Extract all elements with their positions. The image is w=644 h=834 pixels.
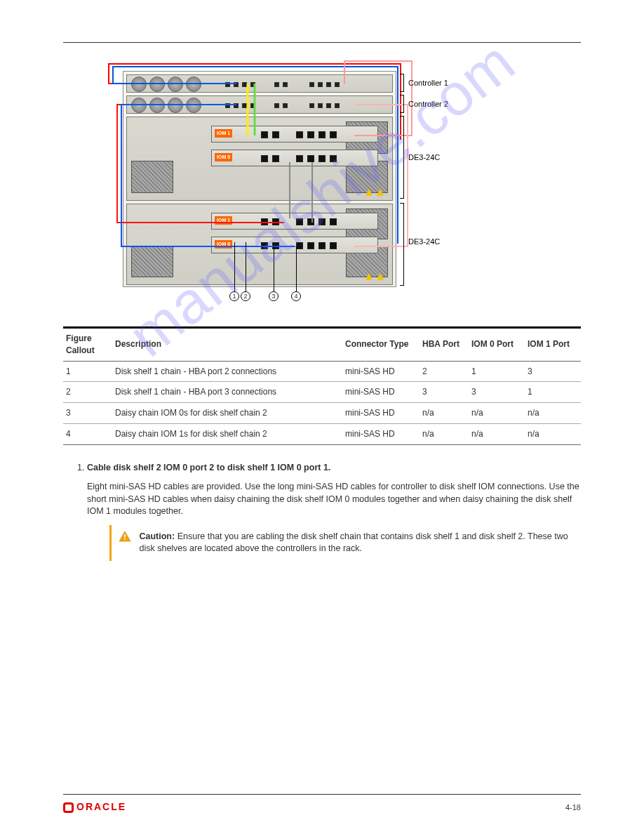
table-row: 1 Disk shelf 1 chain - HBA port 2 connec… [63, 361, 581, 382]
col-connector: Connector Type [342, 328, 420, 362]
caution-icon [119, 531, 131, 546]
caution-box: Caution: Ensure that you are cabling the… [109, 525, 581, 561]
svg-rect-2 [124, 538, 126, 540]
col-desc: Description [112, 328, 342, 362]
col-iom1: IOM 1 Port [525, 328, 581, 362]
caution-text: Ensure that you are cabling the disk she… [139, 531, 568, 554]
col-iom0: IOM 0 Port [469, 328, 525, 362]
label-controller1: Controller 1 [408, 78, 448, 88]
label-de3-1: DE3-24C [408, 152, 440, 163]
cabling-diagram: manualshive.com [63, 57, 581, 317]
svg-rect-1 [124, 534, 126, 537]
caution-label: Caution: [139, 531, 175, 541]
cable-connections-table: Figure Callout Description Connector Typ… [63, 326, 581, 445]
label-de3-2: DE3-24C [408, 237, 440, 247]
callout-4: 4 [291, 291, 301, 301]
step-list: Cable disk shelf 2 IOM 0 port 2 to disk … [87, 462, 581, 561]
callout-2: 2 [241, 291, 250, 301]
col-callout: Figure Callout [63, 328, 112, 362]
oracle-logo: ORACLE [63, 800, 126, 814]
table-row: 3 Daisy chain IOM 0s for disk shelf chai… [63, 403, 581, 424]
page-number: 4-18 [565, 802, 581, 813]
callout-1: 1 [229, 291, 239, 301]
cable-overlay [123, 71, 396, 287]
list-item: Cable disk shelf 2 IOM 0 port 2 to disk … [87, 462, 581, 561]
col-hba: HBA Port [420, 328, 469, 362]
callout-3: 3 [269, 291, 279, 301]
page-footer: ORACLE 4-18 [0, 794, 644, 814]
step-1-title: Cable disk shelf 2 IOM 0 port 2 to disk … [87, 463, 330, 472]
step-1-body: Eight mini-SAS HD cables are provided. U… [87, 481, 581, 518]
table-row: 4 Daisy chain IOM 1s for disk shelf chai… [63, 423, 581, 444]
table-row: 2 Disk shelf 1 chain - HBA port 3 connec… [63, 382, 581, 403]
label-controller2: Controller 2 [408, 99, 448, 110]
